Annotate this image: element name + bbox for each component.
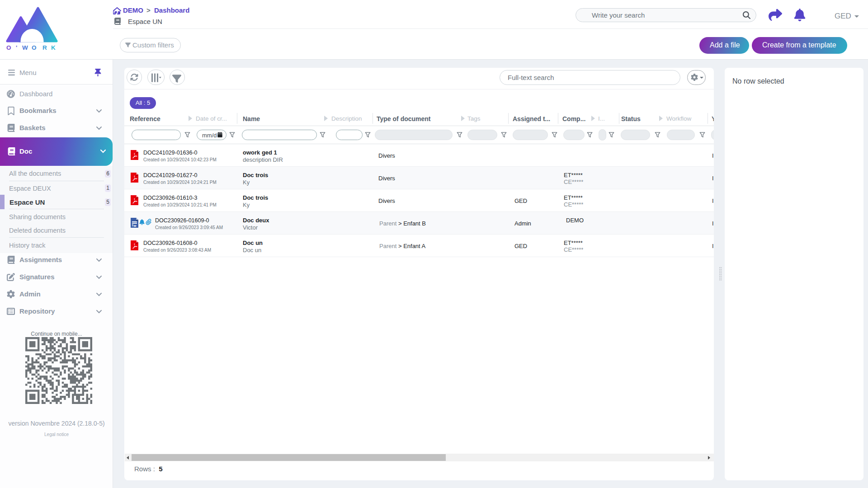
svg-text:O: O <box>32 44 37 51</box>
svg-text:K: K <box>51 44 56 51</box>
svg-text:R: R <box>42 44 47 51</box>
svg-text:O: O <box>6 44 11 51</box>
svg-text:': ' <box>16 44 17 51</box>
svg-text:W: W <box>22 44 28 51</box>
